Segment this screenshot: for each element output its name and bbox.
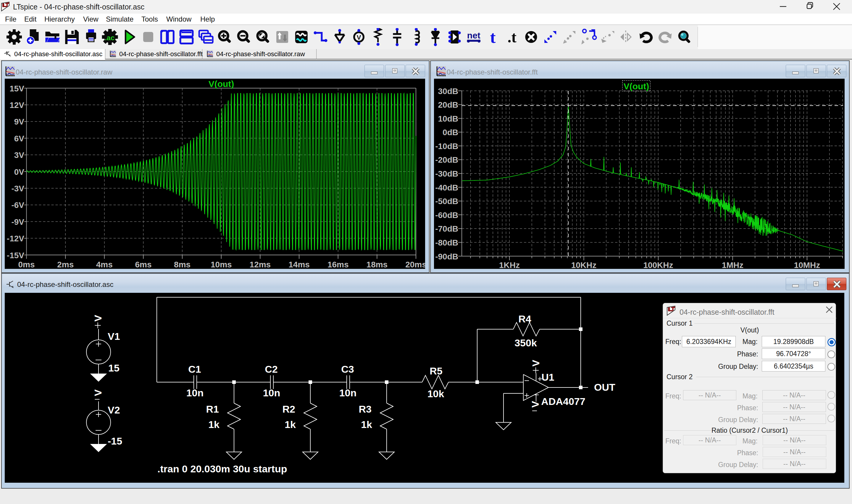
- svg-text:6ms: 6ms: [135, 260, 151, 269]
- svg-text:-40dB: -40dB: [435, 183, 458, 192]
- svg-text:V: V: [92, 389, 104, 396]
- svg-text:1MHz: 1MHz: [722, 260, 743, 269]
- svg-text:V1: V1: [108, 331, 120, 342]
- svg-text:0ms: 0ms: [18, 260, 35, 269]
- svg-text:-12V: -12V: [7, 234, 24, 243]
- svg-text:-30dB: -30dB: [435, 169, 458, 178]
- svg-text:-60dB: -60dB: [435, 211, 458, 220]
- svg-text:t: t: [490, 28, 496, 47]
- svg-text:U1: U1: [541, 372, 554, 383]
- svg-text:10n: 10n: [186, 387, 204, 398]
- svg-text:10dB: 10dB: [438, 114, 458, 123]
- svg-text:R2: R2: [283, 403, 295, 415]
- svg-text:350k: 350k: [514, 337, 537, 348]
- svg-text:10KHz: 10KHz: [571, 260, 597, 269]
- svg-text:C2: C2: [265, 363, 277, 375]
- svg-text:V2: V2: [108, 404, 120, 416]
- svg-text:V: V: [92, 315, 104, 322]
- svg-text:R5: R5: [430, 365, 442, 377]
- svg-text:-15V: -15V: [7, 251, 24, 260]
- svg-text:2ms: 2ms: [57, 260, 74, 269]
- svg-text:-6V: -6V: [11, 200, 24, 210]
- svg-text:-9V: -9V: [11, 217, 24, 227]
- svg-text:-70dB: -70dB: [435, 224, 458, 233]
- svg-text:12ms: 12ms: [250, 260, 271, 269]
- svg-text:C3: C3: [341, 363, 354, 375]
- svg-text:net: net: [467, 31, 481, 40]
- svg-text:1k: 1k: [285, 419, 296, 430]
- svg-text:-10dB: -10dB: [435, 142, 458, 151]
- svg-text:15: 15: [108, 362, 120, 374]
- svg-text:6V: 6V: [14, 134, 24, 143]
- svg-text:-3V: -3V: [11, 184, 24, 193]
- svg-text:R4: R4: [518, 313, 531, 324]
- svg-text:10n: 10n: [339, 387, 357, 398]
- svg-text:12V: 12V: [10, 101, 24, 110]
- svg-text:V(out): V(out): [623, 81, 649, 91]
- svg-text:8ms: 8ms: [174, 260, 191, 269]
- svg-text:15V: 15V: [10, 84, 24, 93]
- svg-text:0V: 0V: [14, 167, 24, 177]
- svg-text:10n: 10n: [263, 387, 280, 398]
- svg-text:1KHz: 1KHz: [499, 260, 520, 269]
- svg-text:10k: 10k: [428, 388, 445, 399]
- svg-text:1k: 1k: [208, 419, 219, 430]
- svg-text:.tran 0 20.030m 30u startup: .tran 0 20.030m 30u startup: [157, 463, 287, 474]
- svg-text:4ms: 4ms: [96, 260, 113, 269]
- svg-text:20ms: 20ms: [405, 260, 425, 269]
- svg-text:100KHz: 100KHz: [643, 260, 673, 269]
- svg-text:-20dB: -20dB: [435, 155, 458, 164]
- svg-text:V: V: [530, 360, 541, 366]
- svg-text:1k: 1k: [361, 419, 372, 430]
- svg-text:R1: R1: [206, 403, 219, 415]
- svg-text:18ms: 18ms: [366, 260, 388, 269]
- svg-text:OUT: OUT: [594, 381, 615, 393]
- svg-text:.ac: .ac: [105, 34, 114, 42]
- svg-text:V: V: [529, 401, 541, 408]
- svg-text:10ms: 10ms: [211, 260, 232, 269]
- svg-text:V: V: [357, 34, 361, 41]
- svg-text:R3: R3: [359, 403, 371, 415]
- svg-text:20dB: 20dB: [438, 100, 458, 109]
- svg-text:9V: 9V: [14, 117, 24, 126]
- svg-text:-90dB: -90dB: [435, 252, 458, 261]
- svg-text:10MHz: 10MHz: [794, 260, 820, 269]
- svg-text:ADA4077: ADA4077: [541, 396, 585, 407]
- svg-text:3V: 3V: [14, 150, 24, 160]
- svg-text:0dB: 0dB: [442, 128, 458, 137]
- svg-text:.t: .t: [508, 29, 517, 46]
- svg-text:-15: -15: [108, 435, 122, 447]
- svg-text:14ms: 14ms: [288, 260, 310, 269]
- svg-text:C1: C1: [188, 363, 201, 375]
- svg-text:-50dB: -50dB: [435, 197, 458, 206]
- svg-text:-80dB: -80dB: [435, 238, 458, 247]
- svg-text:30dB: 30dB: [438, 87, 458, 96]
- svg-text:16ms: 16ms: [327, 260, 349, 269]
- svg-text:V(out): V(out): [209, 79, 234, 89]
